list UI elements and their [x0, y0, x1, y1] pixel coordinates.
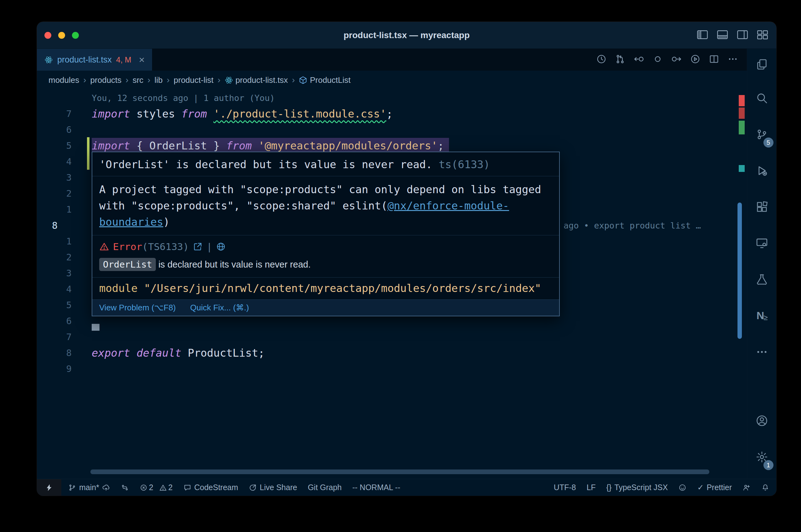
testing-icon[interactable] [747, 261, 777, 298]
hover-chip-row: OrderList is declared but its value is n… [92, 254, 559, 277]
line-number: 4 [37, 154, 72, 170]
live-share-label: Live Share [260, 483, 297, 492]
branch-icon [68, 483, 76, 492]
error-count: 2 [149, 483, 153, 492]
horizontal-scrollbar-thumb[interactable] [90, 470, 709, 474]
code-line-import-styles[interactable]: import styles from './product-list.modul… [92, 106, 393, 122]
quick-fix-action[interactable]: Quick Fix... (⌘.) [190, 303, 249, 312]
zoom-window-button[interactable] [72, 32, 79, 39]
keyword-from: from [226, 139, 258, 152]
code-editor[interactable]: 7 6 5 4 3 2 1 8 1 2 3 4 5 6 7 8 9 You, 1… [37, 89, 747, 479]
ruler-error-mark [739, 108, 745, 119]
eol-label: LF [587, 483, 596, 492]
minimize-window-button[interactable] [58, 32, 65, 39]
breadcrumb-symbol[interactable]: ProductList [299, 75, 350, 85]
identifier-productlist: ProductList; [181, 347, 265, 359]
more-views-icon[interactable] [747, 334, 777, 370]
globe-icon[interactable] [216, 242, 226, 252]
activity-bar: 5 N≥ 1 [747, 49, 776, 479]
account-icon[interactable] [747, 403, 777, 439]
previous-change-icon[interactable] [634, 54, 644, 65]
git-graph-item[interactable]: Git Graph [308, 483, 342, 492]
remote-bolt-icon [45, 483, 53, 492]
live-share-item[interactable]: Live Share [249, 483, 297, 492]
vim-block-cursor [92, 324, 99, 331]
breadcrumb-modules[interactable]: modules [49, 75, 79, 85]
tab-problem-badge: 4, M [116, 55, 131, 64]
breadcrumb-src[interactable]: src [133, 75, 144, 85]
explorer-icon[interactable] [747, 49, 777, 80]
ruler-error-mark [739, 95, 745, 106]
breadcrumb: modules › products › src › lib › product… [37, 71, 747, 89]
eol-item[interactable]: LF [587, 483, 596, 492]
git-compare-item[interactable] [121, 483, 129, 492]
line-number: 3 [37, 265, 72, 281]
semicolon: ; [437, 139, 444, 152]
toggle-panel-icon[interactable] [717, 30, 728, 41]
codestream-item[interactable]: CodeStream [183, 483, 238, 492]
symbol-cube-icon [299, 76, 307, 84]
language-item[interactable]: {}TypeScript JSX [606, 483, 668, 492]
github-icon [678, 483, 687, 492]
keyword-import: import [92, 139, 130, 152]
notifications-item[interactable] [761, 483, 769, 492]
close-window-button[interactable] [44, 32, 51, 39]
vertical-scrollbar-thumb[interactable] [738, 203, 742, 339]
prettier-label: Prettier [707, 483, 732, 492]
breadcrumb-lib[interactable]: lib [154, 75, 163, 85]
active-line-number: 8 [37, 217, 58, 233]
timeline-icon[interactable] [596, 54, 607, 65]
toggle-secondary-sidebar-icon[interactable] [737, 30, 748, 41]
git-modified-gutter-bar [87, 137, 90, 170]
breadcrumb-file[interactable]: product-list.tsx [225, 75, 288, 85]
semicolon: ; [386, 108, 393, 120]
line-number: 1 [37, 202, 72, 217]
line-number: 2 [37, 249, 72, 265]
breadcrumb-products[interactable]: products [90, 75, 122, 85]
module-path: "/Users/juri/nrwl/content/myreactapp/mod… [144, 282, 541, 294]
hover-error-row: Error(TS6133) | [92, 235, 559, 254]
extensions-icon[interactable] [747, 189, 777, 225]
open-changes-icon[interactable] [690, 54, 700, 65]
keyword-from: from [181, 108, 213, 120]
compare-changes-icon[interactable] [615, 54, 625, 65]
vim-mode-indicator[interactable]: -- NORMAL -- [352, 483, 400, 492]
settings-gear-icon[interactable]: 1 [747, 439, 777, 475]
string-css-path: './product-list.module.css' [213, 108, 386, 120]
search-icon[interactable] [747, 80, 777, 116]
warning-triangle-icon [99, 242, 109, 252]
window-controls [37, 32, 79, 39]
close-tab-icon[interactable]: × [139, 55, 145, 65]
github-item[interactable] [678, 483, 687, 492]
title-bar: product-list.tsx — myreactapp [37, 22, 776, 49]
breadcrumb-product-list[interactable]: product-list [174, 75, 213, 85]
layout-controls [697, 30, 776, 41]
split-editor-icon[interactable] [709, 54, 719, 65]
hover-diagnostic-row: 'OrderList' is declared but its value is… [92, 152, 559, 176]
encoding-item[interactable]: UTF-8 [554, 483, 576, 492]
problems-item[interactable]: 2 2 [140, 483, 173, 492]
code-chip: OrderList [99, 258, 156, 271]
source-control-icon[interactable]: 5 [747, 116, 777, 153]
remote-indicator[interactable] [37, 479, 61, 496]
feedback-item[interactable] [743, 483, 751, 492]
line-number: 1 [37, 233, 72, 249]
run-debug-icon[interactable] [747, 153, 777, 189]
feedback-icon [743, 483, 751, 492]
toggle-primary-sidebar-icon[interactable] [697, 30, 708, 41]
braces-icon: {} [606, 483, 612, 492]
tab-product-list[interactable]: product-list.tsx 4, M × [37, 49, 152, 71]
more-actions-icon[interactable] [727, 54, 738, 65]
git-branch-item[interactable]: main* [68, 483, 110, 492]
view-problem-action[interactable]: View Problem (⌥F8) [99, 303, 176, 312]
customize-layout-icon[interactable] [757, 30, 768, 41]
remote-explorer-icon[interactable] [747, 225, 777, 261]
nx-console-icon[interactable]: N≥ [747, 298, 777, 334]
line-number: 6 [37, 313, 72, 329]
prettier-item[interactable]: ✓Prettier [697, 483, 732, 492]
next-change-icon[interactable] [671, 54, 682, 65]
open-external-icon[interactable] [193, 242, 203, 252]
settings-badge: 1 [763, 460, 773, 470]
code-line-export-default[interactable]: export default ProductList; [92, 345, 265, 361]
change-circle-icon[interactable] [652, 54, 663, 65]
